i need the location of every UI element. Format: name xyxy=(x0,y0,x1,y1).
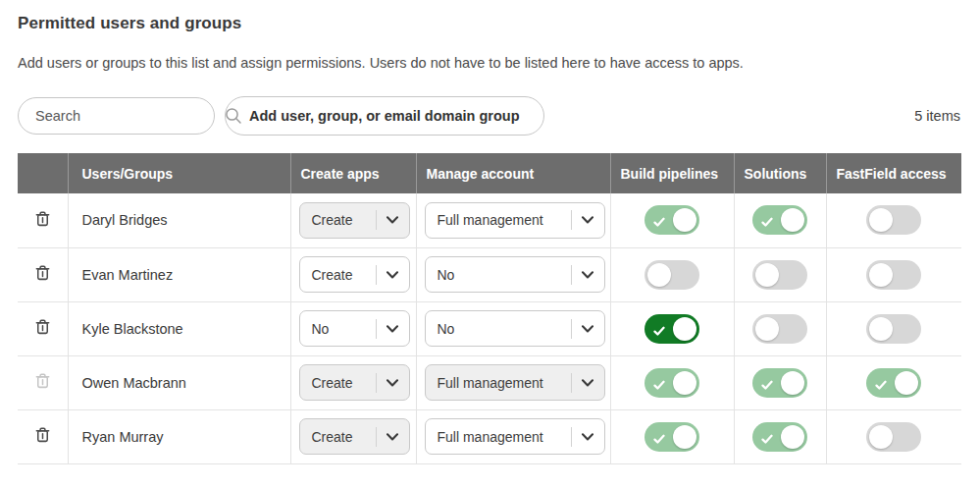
dropdown-value: No xyxy=(300,321,376,337)
dropdown-value: Full management xyxy=(426,212,571,228)
user-name: Ryan Murray xyxy=(68,409,290,463)
toggle-knob xyxy=(673,425,696,449)
toggle-knob xyxy=(781,371,804,395)
fastfield-access-toggle[interactable] xyxy=(866,260,921,290)
dropdown-value: No xyxy=(426,321,571,337)
trash-icon xyxy=(33,371,52,394)
toggle-knob xyxy=(755,317,779,341)
toggle-knob xyxy=(895,371,918,395)
table-body: Daryl BridgesCreateFull managementEvan M… xyxy=(18,193,961,463)
user-name: Owen Macbrann xyxy=(68,355,290,409)
dropdown-value: Full management xyxy=(426,375,571,391)
chevron-down-icon xyxy=(572,216,604,224)
user-name: Evan Martinez xyxy=(68,247,290,301)
chevron-down-icon xyxy=(377,379,409,387)
solutions-toggle[interactable] xyxy=(752,205,807,235)
add-user-button[interactable]: Add user, group, or email domain group xyxy=(225,96,544,136)
manage-account-select[interactable]: No xyxy=(425,310,605,347)
toggle-knob xyxy=(781,425,804,449)
toggle-knob xyxy=(869,425,893,449)
permitted-users-panel: Permitted users and groups Add users or … xyxy=(0,0,980,464)
create-apps-select[interactable]: Create xyxy=(299,256,410,293)
col-header-delete xyxy=(18,153,68,193)
search-input[interactable] xyxy=(19,108,225,124)
chevron-down-icon xyxy=(377,325,409,333)
col-header-users-groups: Users/Groups xyxy=(68,153,290,193)
chevron-down-icon xyxy=(377,271,409,279)
table-row: Owen MacbrannCreateFull management xyxy=(18,355,961,409)
delete-row-button[interactable] xyxy=(29,313,56,344)
fastfield-access-toggle[interactable] xyxy=(866,422,921,452)
build-pipelines-toggle[interactable] xyxy=(645,368,699,398)
col-header-fastfield-access: FastField access xyxy=(826,153,961,193)
table-row: Daryl BridgesCreateFull management xyxy=(18,193,961,247)
create-apps-select[interactable]: Create xyxy=(299,418,410,455)
page-title: Permitted users and groups xyxy=(18,14,962,33)
chevron-down-icon xyxy=(572,433,604,441)
toggle-knob xyxy=(673,208,696,232)
toggle-knob xyxy=(869,263,893,287)
solutions-toggle[interactable] xyxy=(752,422,807,452)
permissions-table: Users/Groups Create apps Manage account … xyxy=(18,153,961,464)
check-icon xyxy=(653,431,665,449)
toggle-knob xyxy=(869,317,893,341)
dropdown-value: No xyxy=(426,267,571,283)
toolbar: Add user, group, or email domain group 5… xyxy=(18,96,962,136)
solutions-toggle[interactable] xyxy=(752,314,807,344)
fastfield-access-toggle[interactable] xyxy=(866,205,921,235)
dropdown-value: Create xyxy=(300,212,376,228)
manage-account-select[interactable]: No xyxy=(425,256,605,293)
manage-account-select[interactable]: Full management xyxy=(425,202,605,239)
user-name: Kyle Blackstone xyxy=(68,301,290,355)
search-field[interactable] xyxy=(18,97,215,135)
col-header-solutions: Solutions xyxy=(734,153,826,193)
page-description: Add users or groups to this list and ass… xyxy=(18,55,962,71)
build-pipelines-toggle[interactable] xyxy=(645,314,699,344)
check-icon xyxy=(761,431,773,449)
items-count: 5 items xyxy=(914,108,962,124)
trash-icon xyxy=(33,263,52,286)
toggle-knob xyxy=(869,208,893,232)
toggle-knob xyxy=(781,208,804,232)
fastfield-access-toggle[interactable] xyxy=(866,314,921,344)
solutions-toggle[interactable] xyxy=(752,260,807,290)
manage-account-select[interactable]: Full management xyxy=(425,418,605,455)
dropdown-value: Create xyxy=(300,267,376,283)
manage-account-select[interactable]: Full management xyxy=(425,364,605,401)
trash-icon xyxy=(33,317,52,340)
chevron-down-icon xyxy=(572,325,604,333)
dropdown-value: Create xyxy=(300,375,376,391)
fastfield-access-toggle[interactable] xyxy=(866,368,921,398)
delete-row-button xyxy=(29,367,56,398)
table-row: Ryan MurrayCreateFull management xyxy=(18,409,961,463)
create-apps-select[interactable]: Create xyxy=(299,202,410,239)
toggle-knob xyxy=(673,371,696,395)
check-icon xyxy=(653,323,665,341)
build-pipelines-toggle[interactable] xyxy=(645,260,699,290)
toggle-knob xyxy=(673,317,696,341)
col-header-build-pipelines: Build pipelines xyxy=(610,153,734,193)
delete-row-button[interactable] xyxy=(29,259,56,290)
delete-row-button[interactable] xyxy=(29,205,56,236)
check-icon xyxy=(653,377,665,395)
chevron-down-icon xyxy=(377,216,409,224)
create-apps-select[interactable]: Create xyxy=(299,364,410,401)
table-header: Users/Groups Create apps Manage account … xyxy=(18,153,961,193)
delete-row-button[interactable] xyxy=(29,421,56,452)
dropdown-value: Create xyxy=(300,429,376,445)
create-apps-select[interactable]: No xyxy=(299,310,410,347)
trash-icon xyxy=(33,425,52,448)
dropdown-value: Full management xyxy=(426,429,571,445)
check-icon xyxy=(761,377,773,395)
check-icon xyxy=(653,214,665,232)
check-icon xyxy=(875,377,887,395)
user-name: Daryl Bridges xyxy=(68,193,290,247)
build-pipelines-toggle[interactable] xyxy=(645,205,699,235)
toggle-knob xyxy=(647,263,671,287)
solutions-toggle[interactable] xyxy=(752,368,807,398)
table-row: Kyle BlackstoneNoNo xyxy=(18,301,961,355)
toggle-knob xyxy=(755,263,779,287)
col-header-manage-account: Manage account xyxy=(416,153,610,193)
trash-icon xyxy=(33,209,52,232)
build-pipelines-toggle[interactable] xyxy=(645,422,699,452)
